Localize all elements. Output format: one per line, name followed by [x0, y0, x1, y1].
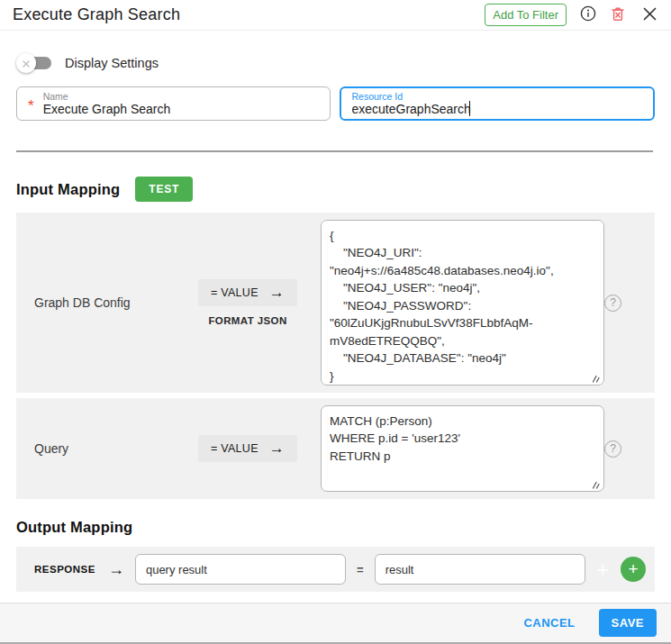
toggle-knob [16, 53, 36, 73]
display-settings-row: Display Settings [16, 52, 655, 74]
graph-db-config-textarea[interactable] [321, 220, 604, 385]
output-mapping-header: Output Mapping [16, 519, 655, 536]
input-mapping-title: Input Mapping [16, 181, 120, 198]
value-mode-button[interactable]: = VALUE → [198, 435, 297, 462]
test-button[interactable]: TEST [135, 177, 193, 202]
input-mapping-header: Input Mapping TEST [16, 177, 655, 202]
dialog-title: Execute Graph Search [13, 5, 180, 24]
dialog-body: Display Settings * Name Resource Id [0, 31, 671, 603]
value-mode-button[interactable]: = VALUE → [198, 279, 297, 306]
execute-graph-search-dialog: Execute Graph Search Add To Filter [0, 0, 671, 644]
info-icon [580, 5, 596, 24]
section-divider [16, 150, 653, 152]
query-textarea[interactable] [321, 405, 604, 492]
add-mapping-faded-icon: + [596, 560, 610, 578]
help-icon[interactable]: ? [604, 295, 621, 312]
output-mapping-row: RESPONSE → = + + [16, 547, 655, 592]
display-settings-toggle[interactable] [16, 52, 54, 74]
toggle-off-x-icon [23, 55, 30, 71]
response-label: RESPONSE [34, 564, 95, 575]
close-button[interactable] [643, 7, 657, 23]
help-icon[interactable]: ? [604, 440, 621, 458]
fields-row: * Name Resource Id [16, 86, 655, 121]
mapping-row-graph-db-config: Graph DB Config = VALUE → FORMAT JSON ? [16, 213, 655, 393]
mapping-row-label: Graph DB Config [25, 295, 180, 310]
cancel-button[interactable]: CANCEL [523, 616, 575, 630]
resource-id-input[interactable] [352, 102, 643, 117]
arrow-right-icon: → [108, 561, 124, 577]
output-value-input[interactable] [375, 554, 585, 585]
name-input[interactable] [43, 102, 206, 117]
required-asterisk: * [28, 95, 34, 113]
resource-id-field[interactable]: Resource Id [340, 86, 656, 121]
text-caret [469, 101, 471, 116]
mapping-row-label: Query [25, 441, 180, 456]
equals-sign: = [357, 563, 364, 576]
add-to-filter-button[interactable]: Add To Filter [485, 4, 567, 26]
name-field[interactable]: * Name [16, 86, 331, 121]
info-button[interactable] [580, 5, 596, 24]
resource-id-field-label: Resource Id [352, 91, 643, 102]
dialog-header: Execute Graph Search Add To Filter [0, 0, 671, 31]
delete-trash-icon [610, 5, 626, 25]
header-actions: Add To Filter [485, 4, 657, 26]
name-field-label: Name [43, 91, 206, 102]
mapping-row-query: Query = VALUE → ? [16, 398, 655, 499]
save-button[interactable]: SAVE [599, 609, 657, 637]
arrow-right-icon: → [269, 443, 285, 454]
add-mapping-button[interactable]: + [621, 557, 646, 582]
close-icon [643, 7, 657, 23]
dialog-footer: CANCEL SAVE [0, 603, 671, 644]
format-json-button[interactable]: FORMAT JSON [208, 315, 286, 326]
display-settings-label: Display Settings [65, 56, 159, 70]
output-mapping-title: Output Mapping [16, 519, 132, 536]
delete-button[interactable] [610, 5, 626, 25]
output-key-input[interactable] [135, 554, 346, 585]
arrow-right-icon: → [269, 287, 285, 298]
